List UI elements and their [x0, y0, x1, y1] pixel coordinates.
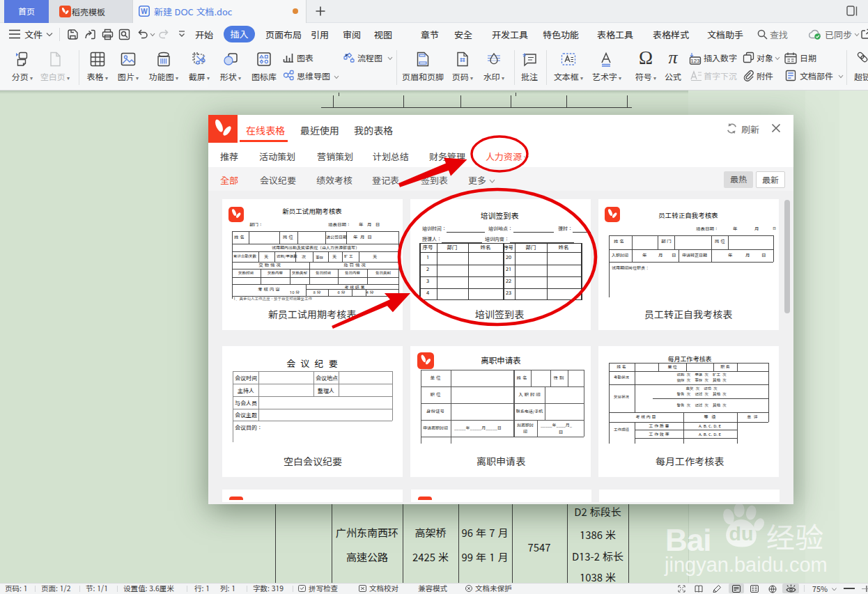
svg-text:123: 123	[690, 58, 700, 64]
svg-text:du: du	[729, 522, 754, 545]
svg-text:W: W	[141, 8, 148, 15]
